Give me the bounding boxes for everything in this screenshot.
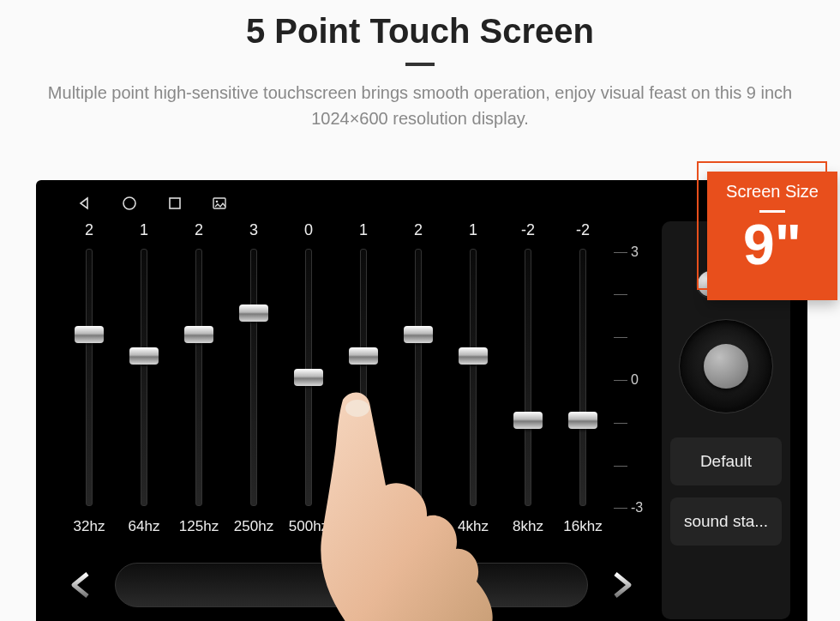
eq-slider-thumb[interactable] [239, 304, 268, 322]
eq-band-value: 2 [414, 221, 423, 244]
eq-band: 3250hz [226, 221, 281, 539]
axis-min-label: -3 [631, 500, 643, 515]
eq-slider-thumb[interactable] [129, 347, 159, 365]
eq-slider[interactable] [501, 244, 555, 509]
eq-slider-thumb[interactable] [513, 412, 543, 429]
preset-prev-button[interactable] [62, 565, 101, 605]
eq-band-value: 1 [469, 221, 477, 244]
eq-slider[interactable] [391, 244, 446, 509]
home-icon[interactable] [122, 196, 137, 211]
eq-band: 14khz [446, 221, 501, 539]
eq-band-freq: 64hz [129, 509, 160, 535]
recent-apps-icon[interactable] [168, 196, 182, 210]
screen-size-badge: Screen Size 9" [707, 172, 837, 300]
eq-scale-axis: 3 0 -3 [614, 247, 648, 513]
eq-band-value: 2 [85, 221, 93, 244]
badge-value: 9" [743, 216, 801, 273]
eq-band-value: 2 [195, 221, 203, 244]
eq-band-value: -2 [521, 221, 535, 244]
eq-band-freq: 32hz [74, 509, 105, 535]
eq-band-freq: 16khz [563, 509, 602, 535]
svg-point-3 [216, 201, 219, 203]
eq-slider-thumb[interactable] [349, 347, 378, 365]
eq-band-freq: 250hz [234, 509, 273, 535]
default-button[interactable]: Default [670, 437, 782, 485]
svg-rect-1 [170, 198, 180, 208]
equalizer-panel: 232hz164hz2125hz3250hz0500hz11khz22khz14… [53, 221, 653, 619]
svg-rect-2 [213, 198, 225, 208]
eq-band-freq: 8khz [513, 509, 543, 535]
device-screenshot: 232hz164hz2125hz3250hz0500hz11khz22khz14… [36, 180, 807, 621]
eq-band-freq: 125hz [179, 509, 219, 535]
eq-band: 22khz [391, 221, 446, 539]
sound-stage-button-label: sound sta... [684, 512, 768, 531]
sound-stage-button[interactable]: sound sta... [670, 497, 782, 546]
eq-band-value: -2 [576, 221, 590, 244]
eq-band-freq: 4khz [458, 509, 489, 535]
eq-slider-thumb[interactable] [75, 326, 104, 343]
page-subtitle: Multiple point high-sensitive touchscree… [0, 80, 840, 131]
eq-band-value: 1 [359, 221, 368, 244]
axis-max-label: 3 [631, 244, 639, 260]
eq-slider[interactable] [117, 244, 171, 509]
eq-slider-thumb[interactable] [184, 326, 213, 343]
eq-slider[interactable] [226, 244, 281, 509]
preset-label: Jazz [330, 573, 372, 597]
eq-slider[interactable] [62, 244, 117, 509]
eq-band: -216khz [555, 221, 610, 539]
eq-band: 232hz [62, 221, 117, 539]
eq-band-value: 3 [249, 221, 258, 244]
eq-band-value: 1 [140, 221, 148, 244]
eq-slider-thumb[interactable] [568, 412, 597, 429]
axis-mid-label: 0 [631, 372, 639, 388]
eq-slider[interactable] [555, 244, 610, 509]
eq-band-freq: 500hz [289, 509, 328, 535]
eq-slider-thumb[interactable] [404, 326, 433, 343]
svg-point-0 [123, 197, 135, 209]
eq-band: 2125hz [171, 221, 226, 539]
eq-slider[interactable] [281, 244, 336, 509]
title-underline [405, 63, 435, 66]
eq-band: -28khz [501, 221, 555, 539]
eq-slider-thumb[interactable] [294, 369, 323, 386]
eq-band-freq: 2khz [403, 509, 434, 535]
preset-select[interactable]: Jazz [115, 563, 588, 607]
eq-slider[interactable] [336, 244, 391, 509]
eq-band: 0500hz [281, 221, 336, 539]
preset-next-button[interactable] [602, 565, 641, 605]
eq-band: 11khz [336, 221, 391, 539]
eq-slider[interactable] [171, 244, 226, 509]
balance-joystick[interactable] [679, 319, 773, 413]
default-button-label: Default [700, 452, 752, 471]
back-icon[interactable] [77, 196, 91, 210]
eq-slider-thumb[interactable] [459, 347, 488, 365]
badge-label: Screen Size [726, 182, 819, 202]
eq-slider[interactable] [446, 244, 501, 509]
page-title: 5 Point Touch Screen [0, 12, 840, 51]
eq-band-freq: 1khz [348, 509, 379, 535]
gallery-icon[interactable] [213, 197, 226, 209]
eq-band-value: 0 [304, 221, 313, 244]
android-navbar [53, 190, 790, 216]
eq-band: 164hz [117, 221, 171, 539]
